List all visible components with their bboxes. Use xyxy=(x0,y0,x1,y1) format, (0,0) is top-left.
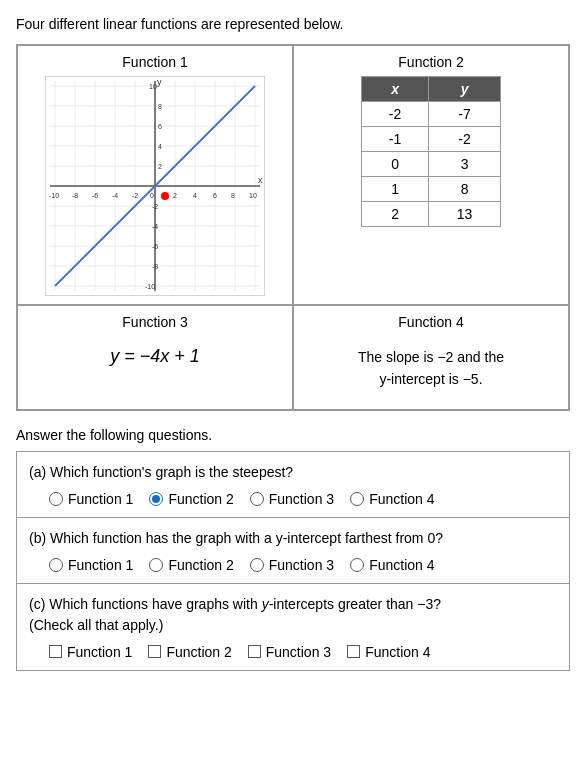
function2-cell: Function 2 x y -2-7-1-20318213 xyxy=(293,45,569,305)
table-row: 03 xyxy=(362,152,501,177)
svg-text:-8: -8 xyxy=(72,192,78,199)
svg-text:-10: -10 xyxy=(49,192,59,199)
svg-text:6: 6 xyxy=(213,192,217,199)
option-a-2-label: Function 2 xyxy=(168,491,233,507)
function4-cell: Function 4 The slope is −2 and the y-int… xyxy=(293,305,569,410)
question-b-option-1[interactable]: Function 1 xyxy=(49,557,133,573)
question-a-option-1[interactable]: Function 1 xyxy=(49,491,133,507)
question-a-box: (a) Which function's graph is the steepe… xyxy=(16,451,570,518)
question-c-box: (c) Which functions have graphs with y-i… xyxy=(16,584,570,671)
table-row: -2-7 xyxy=(362,102,501,127)
radio-a-2[interactable] xyxy=(149,492,163,506)
question-c-option-4[interactable]: Function 4 xyxy=(347,644,430,660)
function1-title: Function 1 xyxy=(122,54,187,70)
svg-text:2: 2 xyxy=(158,163,162,170)
answer-section: (a) Which function's graph is the steepe… xyxy=(16,451,570,671)
svg-point-49 xyxy=(161,192,169,200)
answer-intro: Answer the following questions. xyxy=(16,427,570,443)
svg-text:-4: -4 xyxy=(152,223,158,230)
option-b-3-label: Function 3 xyxy=(269,557,334,573)
function3-equation: y = −4x + 1 xyxy=(110,346,200,367)
option-b-4-label: Function 4 xyxy=(369,557,434,573)
question-c-text: (c) Which functions have graphs with y-i… xyxy=(29,594,557,636)
svg-text:10: 10 xyxy=(249,192,257,199)
radio-b-3[interactable] xyxy=(250,558,264,572)
option-c-3-label: Function 3 xyxy=(266,644,331,660)
question-c-option-2[interactable]: Function 2 xyxy=(148,644,231,660)
option-b-1-label: Function 1 xyxy=(68,557,133,573)
intro-text: Four different linear functions are repr… xyxy=(16,16,570,32)
radio-b-2[interactable] xyxy=(149,558,163,572)
svg-text:4: 4 xyxy=(158,143,162,150)
radio-a-1[interactable] xyxy=(49,492,63,506)
checkbox-c-2[interactable] xyxy=(148,645,161,658)
question-a-option-4[interactable]: Function 4 xyxy=(350,491,434,507)
question-b-options[interactable]: Function 1 Function 2 Function 3 Functio… xyxy=(29,557,557,573)
question-a-option-3[interactable]: Function 3 xyxy=(250,491,334,507)
function3-cell: Function 3 y = −4x + 1 xyxy=(17,305,293,410)
svg-text:0: 0 xyxy=(150,192,154,199)
question-c-options[interactable]: Function 1 Function 2 Function 3 Functio… xyxy=(29,644,557,660)
function2-title: Function 2 xyxy=(398,54,463,70)
function4-description: The slope is −2 and the y-intercept is −… xyxy=(354,336,508,401)
question-b-option-3[interactable]: Function 3 xyxy=(250,557,334,573)
function1-cell: Function 1 xyxy=(17,45,293,305)
svg-text:10: 10 xyxy=(149,83,157,90)
col-y-header: y xyxy=(429,77,501,102)
checkbox-c-3[interactable] xyxy=(248,645,261,658)
svg-text:y: y xyxy=(157,77,162,87)
option-a-1-label: Function 1 xyxy=(68,491,133,507)
function1-graph: x y 0 -8 -6 -4 -2 2 4 6 8 10 -10 8 6 4 2… xyxy=(45,76,265,296)
radio-a-3[interactable] xyxy=(250,492,264,506)
option-b-2-label: Function 2 xyxy=(168,557,233,573)
question-a-options[interactable]: Function 1 Function 2 Function 3 Functio… xyxy=(29,491,557,507)
question-b-option-2[interactable]: Function 2 xyxy=(149,557,233,573)
functions-grid: Function 1 xyxy=(16,44,570,411)
function4-title: Function 4 xyxy=(398,314,463,330)
svg-text:6: 6 xyxy=(158,123,162,130)
svg-text:8: 8 xyxy=(158,103,162,110)
table-row: 213 xyxy=(362,202,501,227)
svg-text:x: x xyxy=(258,175,263,185)
radio-b-4[interactable] xyxy=(350,558,364,572)
table-row: 18 xyxy=(362,177,501,202)
radio-a-4[interactable] xyxy=(350,492,364,506)
svg-text:-2: -2 xyxy=(132,192,138,199)
radio-b-1[interactable] xyxy=(49,558,63,572)
question-b-box: (b) Which function has the graph with a … xyxy=(16,518,570,584)
option-c-4-label: Function 4 xyxy=(365,644,430,660)
svg-text:-10: -10 xyxy=(145,283,155,290)
question-b-text: (b) Which function has the graph with a … xyxy=(29,528,557,549)
svg-text:-6: -6 xyxy=(152,243,158,250)
svg-text:4: 4 xyxy=(193,192,197,199)
question-c-option-1[interactable]: Function 1 xyxy=(49,644,132,660)
svg-text:-8: -8 xyxy=(152,263,158,270)
svg-text:-4: -4 xyxy=(112,192,118,199)
question-a-option-2[interactable]: Function 2 xyxy=(149,491,233,507)
question-b-option-4[interactable]: Function 4 xyxy=(350,557,434,573)
question-a-text: (a) Which function's graph is the steepe… xyxy=(29,462,557,483)
option-c-1-label: Function 1 xyxy=(67,644,132,660)
checkbox-c-4[interactable] xyxy=(347,645,360,658)
svg-text:-6: -6 xyxy=(92,192,98,199)
question-c-option-3[interactable]: Function 3 xyxy=(248,644,331,660)
function2-table: x y -2-7-1-20318213 xyxy=(361,76,501,227)
svg-text:-2: -2 xyxy=(152,203,158,210)
option-a-3-label: Function 3 xyxy=(269,491,334,507)
function3-title: Function 3 xyxy=(122,314,187,330)
checkbox-c-1[interactable] xyxy=(49,645,62,658)
option-a-4-label: Function 4 xyxy=(369,491,434,507)
col-x-header: x xyxy=(362,77,429,102)
option-c-2-label: Function 2 xyxy=(166,644,231,660)
table-row: -1-2 xyxy=(362,127,501,152)
svg-text:8: 8 xyxy=(231,192,235,199)
svg-text:2: 2 xyxy=(173,192,177,199)
